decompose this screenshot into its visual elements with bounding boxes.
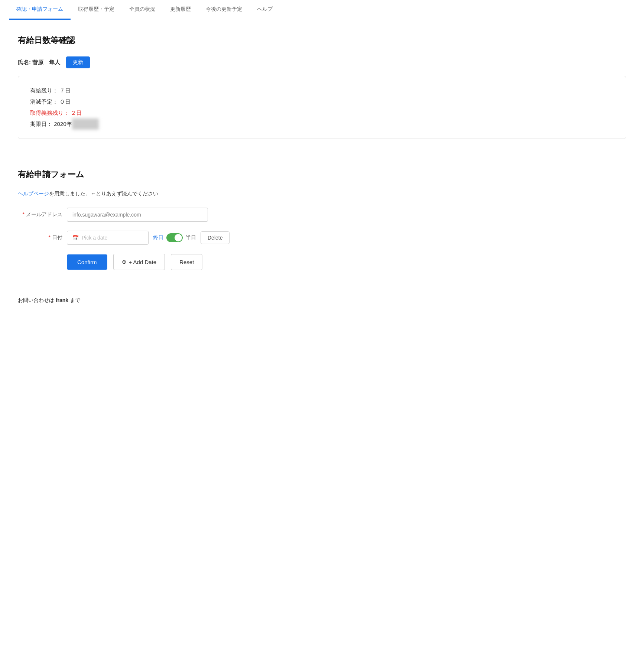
email-row: *メールアドレス: [18, 208, 626, 222]
navigation: 確認・申請フォーム 取得履歴・予定 全員の状況 更新履歴 今後の更新予定 ヘルプ: [0, 0, 644, 20]
date-input-wrapper[interactable]: 📅 Pick a date: [67, 231, 149, 245]
employee-name: 氏名: 菅原 隼人: [18, 59, 60, 66]
half-day-toggle[interactable]: [166, 233, 183, 242]
info-line-1: 有給残り： ７日: [30, 85, 614, 96]
date-label: *日付: [18, 234, 62, 241]
nav-item-confirm-form[interactable]: 確認・申請フォーム: [9, 0, 71, 20]
action-buttons-row: Confirm ⊕ + Add Date Reset: [67, 254, 626, 270]
toggle-wrapper: 終日 半日: [153, 233, 196, 242]
half-day-label: 半日: [186, 234, 196, 241]
section2-title: 有給申請フォーム: [18, 169, 626, 180]
footer-brand: frank: [56, 297, 68, 303]
email-input[interactable]: [67, 208, 208, 222]
confirm-button[interactable]: Confirm: [67, 254, 107, 270]
date-required-star: *: [49, 234, 51, 240]
info-line-4: 期限日： 2020年██月██日: [30, 118, 614, 130]
update-button[interactable]: 更新: [66, 56, 90, 68]
nav-item-help[interactable]: ヘルプ: [250, 0, 280, 20]
email-required-star: *: [23, 211, 25, 217]
info-line-2: 消滅予定： ０日: [30, 96, 614, 107]
delete-button[interactable]: Delete: [201, 231, 230, 244]
reset-button[interactable]: Reset: [171, 254, 202, 270]
help-text-suffix: を用意しました。←とりあえず読んでください: [49, 191, 158, 196]
section-vacation-form: 有給申請フォーム ヘルプページを用意しました。←とりあえず読んでください *メー…: [0, 154, 644, 285]
section-vacation-info: 有給日数等確認 氏名: 菅原 隼人 更新 有給残り： ７日 消滅予定： ０日 取…: [0, 20, 644, 154]
calendar-icon: 📅: [72, 235, 79, 241]
blurred-date: ██月██日: [72, 118, 99, 130]
nav-item-all-status[interactable]: 全員の状況: [122, 0, 163, 20]
help-link[interactable]: ヘルプページ: [18, 191, 49, 196]
date-placeholder: Pick a date: [82, 235, 107, 241]
name-row: 氏名: 菅原 隼人 更新: [18, 56, 626, 68]
nav-item-future-updates[interactable]: 今後の更新予定: [198, 0, 250, 20]
date-row: *日付 📅 Pick a date 終日 半日 Delete: [18, 231, 626, 245]
footer-text-after: まで: [68, 297, 80, 303]
footer-text-before: お問い合わせは: [18, 297, 56, 303]
info-card: 有給残り： ７日 消滅予定： ０日 取得義務残り： ２日 期限日： 2020年█…: [18, 76, 626, 139]
add-date-button[interactable]: ⊕ + Add Date: [113, 254, 165, 270]
info-line-3: 取得義務残り： ２日: [30, 107, 614, 118]
nav-item-history[interactable]: 取得履歴・予定: [71, 0, 122, 20]
add-date-label: + Add Date: [129, 259, 157, 265]
plus-icon: ⊕: [122, 259, 127, 265]
nav-item-update-history[interactable]: 更新履歴: [163, 0, 198, 20]
help-text-row: ヘルプページを用意しました。←とりあえず読んでください: [18, 191, 626, 197]
footer: お問い合わせは frank まで: [0, 285, 644, 316]
email-label: *メールアドレス: [18, 211, 62, 218]
section1-title: 有給日数等確認: [18, 35, 626, 46]
end-day-label: 終日: [153, 234, 163, 241]
